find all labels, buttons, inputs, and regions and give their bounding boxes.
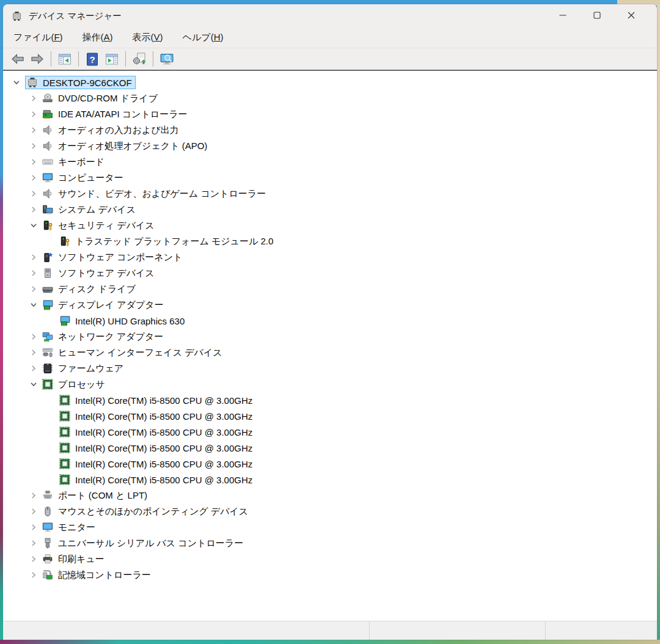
processor-icon [59, 458, 70, 469]
title-bar[interactable]: デバイス マネージャー [3, 4, 657, 27]
menu-f[interactable]: ファイル(F) [7, 29, 69, 46]
chevron-right-icon[interactable] [25, 125, 42, 135]
menu-v[interactable]: 表示(V) [127, 29, 169, 46]
toolbar-separator [153, 51, 153, 67]
scan-hardware-changes-button[interactable] [130, 50, 149, 68]
tree-item-label: ヒューマン インターフェイス デバイス [58, 347, 222, 359]
tree-item[interactable]: Intel(R) Core(TM) i5-8500 CPU @ 3.00GHz [3, 456, 657, 472]
tree-item-label: モニター [58, 522, 95, 533]
maximize-icon [593, 10, 601, 21]
forward-button[interactable] [28, 50, 47, 68]
selected-item-highlight[interactable]: DESKTOP-9C6CKOF [25, 76, 136, 89]
tree-item[interactable]: DVD/CD-ROM ドライブ [3, 90, 657, 106]
tree-item-label: Intel(R) Core(TM) i5-8500 CPU @ 3.00GHz [75, 475, 252, 485]
tree-item[interactable]: キーボード [3, 154, 657, 170]
tree-item[interactable]: ソフトウェア デバイス [3, 265, 657, 281]
chevron-right-icon[interactable] [25, 507, 42, 516]
chevron-down-icon[interactable] [8, 78, 25, 87]
tree-item-label: ディスク ドライブ [58, 284, 136, 295]
close-button[interactable] [614, 4, 648, 27]
tree-item[interactable]: ポート (COM と LPT) [3, 488, 657, 503]
tree-item[interactable]: ソフトウェア コンポーネント [3, 249, 657, 265]
tree-item[interactable]: ディスプレイ アダプター [3, 297, 657, 313]
tree-item[interactable]: IDE ATA/ATAPI コントローラー [3, 106, 657, 122]
tree-item[interactable]: ヒューマン インターフェイス デバイス [3, 345, 657, 360]
tree-item[interactable]: ディスク ドライブ [3, 281, 657, 297]
chevron-right-icon[interactable] [25, 252, 42, 262]
chevron-right-icon[interactable] [25, 570, 42, 580]
chevron-right-icon[interactable] [25, 522, 42, 532]
chevron-right-icon[interactable] [25, 554, 42, 564]
tree-item[interactable]: システム デバイス [3, 202, 657, 218]
tree-item-label: ネットワーク アダプター [58, 331, 163, 343]
tree-item[interactable]: Intel(R) UHD Graphics 630 [3, 313, 657, 329]
toolbar-separator [125, 51, 126, 67]
tree-item[interactable]: コンピューター [3, 170, 657, 186]
tree-item[interactable]: Intel(R) Core(TM) i5-8500 CPU @ 3.00GHz [3, 408, 657, 424]
tree-item[interactable]: ネットワーク アダプター [3, 329, 657, 345]
tree-item[interactable]: 印刷キュー [3, 551, 657, 567]
tree-item-label: セキュリティ デバイス [58, 220, 155, 232]
tree-item[interactable]: Intel(R) Core(TM) i5-8500 CPU @ 3.00GHz [3, 392, 657, 408]
tree-item[interactable]: 記憶域コントローラー [3, 567, 657, 583]
chevron-right-icon[interactable] [25, 284, 42, 294]
menu-a[interactable]: 操作(A) [76, 29, 119, 46]
tree-item-label: ファームウェア [58, 363, 123, 375]
chevron-right-icon[interactable] [25, 364, 42, 373]
chevron-right-icon[interactable] [25, 93, 42, 103]
tree-item[interactable]: マウスとそのほかのポインティング デバイス [3, 503, 657, 519]
tree-item[interactable]: Intel(R) Core(TM) i5-8500 CPU @ 3.00GHz [3, 440, 657, 456]
toolbar-separator [78, 51, 79, 67]
chevron-right-icon[interactable] [25, 205, 42, 214]
chevron-right-icon[interactable] [25, 538, 42, 548]
dvd-drive-icon [42, 93, 53, 104]
chevron-right-icon[interactable] [25, 189, 42, 199]
tree-item[interactable]: ユニバーサル シリアル バス コントローラー [3, 535, 657, 551]
tree-item[interactable]: プロセッサ [3, 376, 657, 392]
device-search-button[interactable] [157, 50, 177, 68]
chevron-right-icon[interactable] [25, 109, 42, 119]
help-button[interactable]: ? [82, 50, 102, 68]
tree-item[interactable]: トラステッド プラットフォーム モジュール 2.0 [3, 233, 657, 249]
tree-item-label: Intel(R) Core(TM) i5-8500 CPU @ 3.00GHz [75, 459, 252, 469]
tree-item[interactable]: モニター [3, 519, 657, 535]
processor-icon [59, 426, 70, 437]
tree-item-label: オーディオ処理オブジェクト (APO) [58, 141, 207, 152]
tree-item-label: オーディオの入力および出力 [58, 125, 179, 136]
tree-item-label: DESKTOP-9C6CKOF [43, 78, 132, 88]
tree-item-label: Intel(R) Core(TM) i5-8500 CPU @ 3.00GHz [75, 427, 252, 437]
chevron-right-icon[interactable] [25, 348, 42, 357]
scan-hardware-changes-icon [132, 52, 147, 67]
tree-item-label: Intel(R) UHD Graphics 630 [75, 316, 185, 326]
show-console-tree-button[interactable] [55, 50, 75, 68]
disk-drive-icon [42, 284, 53, 295]
maximize-button[interactable] [580, 4, 614, 27]
chevron-right-icon[interactable] [25, 491, 42, 500]
chevron-right-icon[interactable] [25, 141, 42, 151]
tree-item[interactable]: オーディオの入力および出力 [3, 122, 657, 138]
chevron-down-icon[interactable] [25, 300, 42, 310]
chevron-down-icon[interactable] [25, 379, 42, 389]
tree-item[interactable]: DESKTOP-9C6CKOF [3, 75, 657, 90]
minimize-button[interactable] [546, 4, 580, 27]
tree-item[interactable]: サウンド、ビデオ、およびゲーム コントローラー [3, 186, 657, 202]
tree-item-label: IDE ATA/ATAPI コントローラー [58, 109, 188, 120]
tree-item[interactable]: Intel(R) Core(TM) i5-8500 CPU @ 3.00GHz [3, 424, 657, 440]
show-action-pane-button[interactable] [102, 50, 122, 68]
chevron-right-icon[interactable] [25, 332, 42, 342]
storage-controller-icon [42, 569, 53, 580]
tree-item[interactable]: ファームウェア [3, 360, 657, 376]
tree-item-label: システム デバイス [58, 204, 136, 216]
chevron-right-icon[interactable] [25, 268, 42, 278]
back-icon [10, 52, 25, 67]
tree-item-label: キーボード [58, 156, 105, 168]
back-button[interactable] [8, 50, 28, 68]
menu-h[interactable]: ヘルプ(H) [177, 29, 230, 46]
tree-item[interactable]: オーディオ処理オブジェクト (APO) [3, 138, 657, 154]
toolbar: ? [3, 48, 657, 71]
tree-item[interactable]: Intel(R) Core(TM) i5-8500 CPU @ 3.00GHz [3, 472, 657, 488]
chevron-right-icon[interactable] [25, 157, 42, 167]
chevron-right-icon[interactable] [25, 173, 42, 183]
chevron-down-icon[interactable] [25, 221, 42, 230]
tree-item[interactable]: セキュリティ デバイス [3, 218, 657, 233]
